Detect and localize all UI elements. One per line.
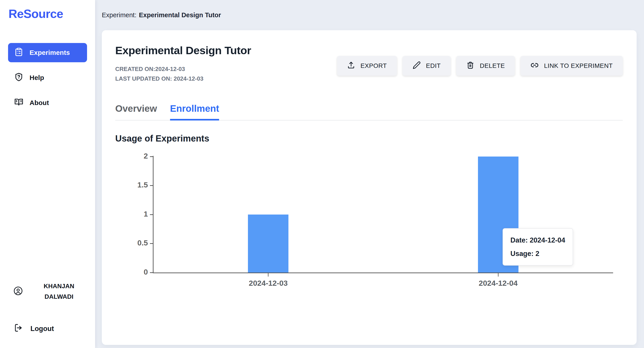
sidebar-item-about[interactable]: About — [8, 93, 87, 112]
y-axis-line — [153, 156, 154, 273]
breadcrumb-title: Experimental Design Tutor — [139, 12, 221, 19]
x-tick-label: 2024-12-03 — [224, 279, 313, 287]
link-to-experiment-button[interactable]: LINK TO EXPERIMENT — [520, 56, 623, 76]
last-updated-on: LAST UPDATED ON: 2024-12-03 — [115, 74, 251, 84]
logout-icon — [14, 323, 23, 334]
y-tick-label: 1 — [136, 210, 148, 218]
shield-question-icon — [14, 73, 23, 83]
delete-button[interactable]: DELETE — [456, 56, 515, 76]
x-tick — [268, 273, 268, 276]
y-tick — [150, 156, 153, 157]
link-icon — [530, 61, 538, 71]
y-tick — [150, 185, 153, 186]
trash-icon — [466, 61, 474, 71]
y-tick — [150, 272, 153, 273]
edit-button[interactable]: EDIT — [402, 56, 451, 76]
tab-bar: Overview Enrollment — [115, 103, 623, 121]
created-on: CREATED ON:2024-12-03 — [115, 64, 251, 74]
header-left: Experimental Design Tutor CREATED ON:202… — [115, 44, 251, 84]
tooltip-usage: Usage: 2 — [510, 247, 565, 260]
tab-overview[interactable]: Overview — [115, 103, 157, 120]
upload-icon — [347, 61, 355, 71]
tooltip-date: Date: 2024-12-04 — [510, 234, 565, 247]
x-tick-label: 2024-12-04 — [453, 279, 543, 287]
y-tick-label: 1.5 — [136, 180, 148, 189]
user-circle-icon — [14, 286, 23, 296]
y-tick-label: 0.5 — [136, 238, 148, 247]
breadcrumb-prefix: Experiment: — [102, 12, 136, 19]
sidebar-item-experiments[interactable]: Experiments — [8, 43, 87, 62]
chart-title: Usage of Experiments — [115, 133, 623, 144]
experiment-meta: CREATED ON:2024-12-03 LAST UPDATED ON: 2… — [115, 64, 251, 84]
sidebar: ReSource Experiments Help — [0, 0, 95, 348]
sidebar-item-help[interactable]: Help — [8, 68, 87, 87]
x-axis-line — [153, 272, 613, 273]
main-area: Experiment: Experimental Design Tutor Ex… — [95, 0, 644, 348]
app-logo[interactable]: ReSource — [8, 7, 95, 21]
export-button[interactable]: EXPORT — [337, 56, 397, 76]
sidebar-item-label: About — [30, 99, 49, 107]
y-tick-label: 2 — [136, 152, 148, 160]
clipboard-list-icon — [14, 48, 23, 58]
sidebar-item-label: Experiments — [30, 49, 70, 57]
user-info: KHANJAN DALWADI — [0, 281, 95, 302]
sidebar-nav: Experiments Help About — [0, 43, 95, 112]
logout-label: Logout — [30, 325, 54, 333]
usage-chart: 00.511.522024-12-032024-12-04 Date: 2024… — [136, 154, 615, 293]
user-name: KHANJAN DALWADI — [30, 281, 88, 302]
sidebar-item-label: Help — [30, 74, 44, 82]
pencil-icon — [413, 61, 421, 71]
y-tick — [150, 243, 153, 244]
book-open-icon — [14, 98, 23, 108]
y-tick-label: 0 — [136, 268, 148, 276]
x-tick — [498, 273, 498, 276]
chart-tooltip: Date: 2024-12-04 Usage: 2 — [502, 228, 573, 266]
logout-button[interactable]: Logout — [14, 323, 95, 334]
experiment-card: Experimental Design Tutor CREATED ON:202… — [102, 30, 636, 345]
page-title: Experimental Design Tutor — [115, 44, 251, 57]
breadcrumb: Experiment: Experimental Design Tutor — [95, 0, 644, 30]
chart-bar[interactable] — [248, 215, 288, 272]
card-header: Experimental Design Tutor CREATED ON:202… — [115, 44, 623, 84]
y-tick — [150, 214, 153, 215]
action-buttons: EXPORT EDIT — [337, 56, 623, 76]
tab-enrollment[interactable]: Enrollment — [170, 103, 219, 121]
